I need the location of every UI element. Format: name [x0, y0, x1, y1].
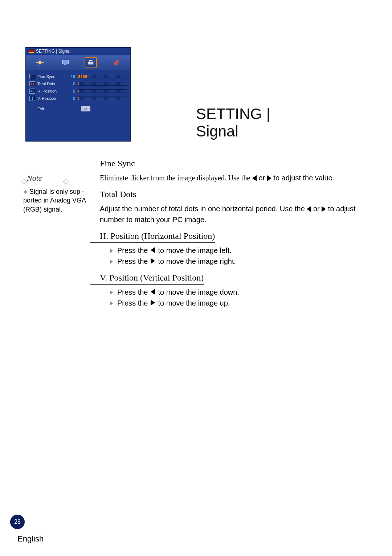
svg-marker-13: [30, 90, 32, 92]
arrow-left-icon: [151, 289, 155, 295]
item-post: to move the image down.: [158, 287, 239, 298]
svg-rect-11: [33, 83, 34, 85]
arrow-right-icon: [267, 175, 271, 181]
svg-marker-17: [32, 99, 33, 100]
svg-marker-14: [33, 90, 34, 92]
arrow-right-icon: [151, 258, 155, 264]
title-line2: Signal: [196, 123, 270, 140]
arrow-left-icon: [151, 247, 155, 253]
section-title: V. Position (Vertical Position): [100, 271, 204, 285]
page-number: 28: [14, 519, 21, 525]
row-value: 16: [69, 74, 78, 79]
osd-tab-image[interactable]: [34, 57, 46, 68]
v-position-icon: [29, 96, 35, 101]
item-post: to move the image right.: [158, 256, 236, 267]
note-body: Signal is only sup - ported in Analog VG…: [23, 188, 86, 213]
svg-rect-5: [62, 60, 69, 64]
section-title: H. Position (Horizontal Position): [100, 229, 215, 243]
section-body: Eliminate flicker from the image display…: [100, 172, 365, 183]
bullet-icon: [110, 259, 113, 264]
row-label: Total Dots: [37, 82, 69, 86]
svg-point-9: [116, 60, 119, 62]
svg-rect-10: [31, 83, 32, 85]
svg-point-0: [38, 61, 41, 64]
osd-tab-display[interactable]: [59, 57, 72, 68]
row-slider[interactable]: [78, 82, 127, 86]
osd-row-h-position[interactable]: H. Position 0: [29, 87, 127, 95]
row-slider[interactable]: [78, 89, 127, 93]
body-part: or: [313, 205, 320, 213]
diamond-icon: ❖: [23, 189, 28, 195]
total-dots-icon: [29, 81, 35, 86]
list-item: Press the to move the image down.: [100, 287, 365, 298]
language-label: English: [17, 534, 44, 544]
row-label: Fine Sync: [37, 74, 69, 79]
arrow-right-icon: [322, 206, 326, 212]
fine-sync-icon: [29, 74, 35, 79]
section-total-dots: Total Dots Adjust the number of total do…: [100, 188, 365, 225]
row-label: V. Position: [37, 96, 69, 101]
osd-rows: Fine Sync 16 Total Dots 0 H. Position 0 …: [26, 70, 130, 102]
osd-row-v-position[interactable]: V. Position 0: [29, 95, 127, 102]
svg-rect-6: [64, 65, 66, 65]
section-v-position: V. Position (Vertical Position) Press th…: [100, 271, 365, 308]
section-title: Fine Sync: [100, 157, 135, 170]
section-h-position: H. Position (Horizontal Position) Press …: [100, 229, 365, 267]
note-block: Note ❖Signal is only sup - ported in Ana…: [23, 173, 89, 214]
arrow-right-icon: [151, 300, 155, 306]
note-text: ❖Signal is only sup - ported in Analog V…: [23, 187, 89, 214]
section-body: Adjust the number of total dots in one h…: [100, 203, 365, 225]
row-value: 0: [69, 82, 78, 86]
item-pre: Press the: [117, 287, 148, 298]
svg-marker-16: [32, 97, 33, 98]
osd-titlebar: SETTING | Signal: [26, 48, 130, 55]
page-number-badge: 28: [10, 515, 25, 529]
note-label: Note: [23, 173, 89, 183]
row-label: H. Position: [37, 89, 69, 93]
osd-tab-options[interactable]: [110, 57, 122, 68]
h-position-icon: [29, 89, 35, 94]
row-slider[interactable]: [78, 97, 127, 100]
bullet-icon: [110, 249, 113, 253]
svg-rect-7: [88, 62, 94, 64]
enter-key-icon: ↵: [81, 106, 90, 111]
bullet-icon: [110, 290, 113, 295]
row-slider[interactable]: [78, 75, 127, 78]
section-title: Total Dots: [100, 188, 136, 201]
osd-exit-row[interactable]: Exit ↵: [26, 102, 130, 111]
list-item: Press the to move the image right.: [100, 256, 365, 267]
content: Fine Sync Eliminate flicker from the ima…: [100, 157, 365, 313]
body-part: Eliminate flicker from the image display…: [100, 174, 250, 182]
osd-tabs: [26, 55, 130, 70]
exit-label: Exit: [37, 107, 44, 111]
item-pre: Press the: [117, 245, 148, 256]
body-part: Adjust the number of total dots in one h…: [100, 205, 305, 213]
item-post: to move the image up.: [158, 298, 230, 308]
row-value: 0: [69, 96, 78, 101]
item-post: to move the image left.: [158, 245, 231, 256]
body-part: to adjust the value.: [273, 174, 334, 182]
item-pre: Press the: [117, 256, 148, 267]
osd-row-fine-sync[interactable]: Fine Sync 16: [29, 73, 127, 80]
list-item: Press the to move the image up.: [100, 298, 365, 308]
arrow-left-icon: [307, 206, 311, 212]
list-item: Press the to move the image left.: [100, 245, 365, 256]
osd-row-total-dots[interactable]: Total Dots 0: [29, 80, 127, 87]
bullet-icon: [110, 301, 113, 306]
arrow-left-icon: [252, 175, 257, 181]
osd-tab-setting[interactable]: [85, 57, 97, 68]
section-fine-sync: Fine Sync Eliminate flicker from the ima…: [100, 157, 365, 183]
osd-panel: SETTING | Signal Fine Sync 16 Total Dots…: [25, 47, 131, 142]
page-title: SETTING | Signal: [196, 105, 270, 140]
body-part: or: [258, 174, 265, 182]
item-pre: Press the: [117, 298, 148, 308]
title-line1: SETTING |: [196, 105, 270, 123]
osd-breadcrumb: SETTING | Signal: [36, 49, 70, 54]
flag-icon: [29, 49, 34, 53]
row-value: 0: [69, 89, 78, 93]
